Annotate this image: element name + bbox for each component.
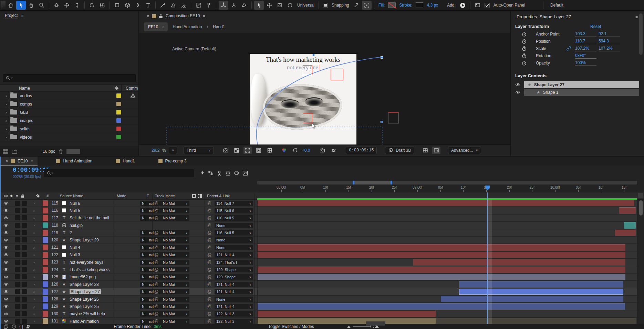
track-matte-dropdown[interactable]: No Mat∨ — [161, 282, 189, 287]
matte-pickwhip-icon[interactable]: @ — [154, 319, 158, 323]
transform-value[interactable]: 0x+0° — [575, 53, 596, 59]
timeline-layer-row[interactable]: ›120★Shape Layer 29Normal∨@No Mat∨@None∨ — [1, 237, 637, 244]
parent-pickwhip-icon[interactable]: @ — [207, 245, 211, 250]
layer-solo-box[interactable] — [15, 252, 20, 257]
matte-pickwhip-icon[interactable]: @ — [154, 304, 158, 309]
layer-duration-bar[interactable] — [624, 222, 636, 228]
project-folder-row[interactable]: ›comps — [0, 100, 138, 108]
dolly-camera-tool-icon[interactable] — [72, 1, 82, 10]
work-area-bar[interactable] — [257, 181, 637, 185]
preserve-transparency-toggle[interactable] — [144, 260, 149, 265]
parent-pickwhip-icon[interactable]: @ — [207, 201, 211, 206]
layer-eye-icon[interactable] — [3, 310, 9, 317]
layer-duration-bar[interactable] — [258, 311, 436, 317]
project-panel-menu-icon[interactable]: ≡ — [21, 13, 23, 18]
label-color-chip[interactable] — [116, 93, 121, 98]
parent-pickwhip-icon[interactable]: @ — [207, 252, 211, 257]
gizmo-select-icon[interactable] — [254, 1, 264, 10]
exposure-value[interactable]: +0.0 — [302, 148, 310, 153]
brush-tool-icon[interactable] — [158, 1, 168, 10]
preserve-transparency-toggle[interactable] — [144, 252, 149, 257]
timeline-vertical-scrollbar[interactable] — [638, 200, 643, 324]
transform-value[interactable]: 594.3 — [599, 39, 620, 44]
transform-value[interactable]: 107.2% — [575, 46, 596, 51]
viewer-panel-menu-icon[interactable]: ≡ — [202, 14, 205, 19]
breadcrumb-hand1[interactable]: Hand1 — [213, 24, 225, 29]
puppet-pin-tool-icon[interactable] — [204, 1, 214, 10]
zoom-dropdown[interactable]: ∨ — [169, 147, 177, 154]
layer-expand-chevron[interactable]: › — [33, 222, 35, 229]
layer-lock-box[interactable] — [22, 304, 27, 309]
layer-duration-bar[interactable] — [413, 259, 625, 265]
preserve-transparency-toggle[interactable] — [144, 275, 149, 279]
parent-pickwhip-icon[interactable]: @ — [207, 319, 211, 323]
preserve-transparency-toggle[interactable] — [144, 208, 149, 213]
name-column-header[interactable]: Name — [19, 86, 30, 91]
view-layout-icon[interactable] — [421, 147, 429, 154]
parent-link-dropdown[interactable]: 115. Null 6∨ — [215, 208, 253, 213]
parent-pickwhip-icon[interactable]: @ — [207, 282, 211, 287]
layer-name[interactable]: Shape Layer 29 — [70, 238, 99, 242]
track-matte-dropdown[interactable]: No Mat∨ — [161, 311, 189, 317]
breadcrumb-comp-chip[interactable]: EE10 ‹ — [144, 22, 168, 31]
home-tool-icon[interactable] — [6, 1, 15, 10]
layer-solo-box[interactable] — [15, 245, 20, 250]
expand-chevron-icon[interactable]: › — [6, 119, 7, 123]
matte-pickwhip-icon[interactable]: @ — [154, 238, 158, 242]
stroke-label[interactable]: Stroke: — [399, 3, 412, 8]
layer-duration-bar[interactable] — [258, 303, 625, 309]
parent-pickwhip-icon[interactable]: @ — [207, 311, 211, 316]
tab-label[interactable]: Pre-comp 3 — [165, 159, 187, 163]
layer-expand-chevron[interactable]: › — [33, 215, 35, 221]
timeline-layer-row[interactable]: ›128★Shape Layer 26Normal∨@No Mat∨@None∨ — [1, 296, 637, 303]
transform-value[interactable]: 107.2% — [599, 46, 620, 51]
track-matte-dropdown[interactable]: No Mat∨ — [161, 289, 189, 295]
matte-pickwhip-icon[interactable]: @ — [154, 297, 158, 301]
track-matte-dropdown[interactable]: No Mat∨ — [161, 245, 189, 250]
layer-solo-box[interactable] — [15, 230, 20, 235]
layer-eye-icon[interactable] — [3, 266, 9, 273]
time-ruler[interactable]: 08:00f05f10f15f20f25f09:00f05f10f15f20f2… — [257, 185, 637, 192]
matte-pickwhip-icon[interactable]: @ — [154, 216, 158, 220]
snap-expand-icon[interactable] — [362, 1, 372, 10]
keyframe-marker-box[interactable] — [303, 113, 312, 123]
layer-lock-box[interactable] — [22, 274, 27, 279]
t-column-header[interactable]: T — [147, 194, 149, 198]
layer-lock-box[interactable] — [22, 215, 27, 220]
parent-link-dropdown[interactable]: 121. Null 4∨ — [215, 289, 253, 295]
layer-lock-box[interactable] — [22, 289, 27, 294]
timeline-layer-row[interactable]: ›118nail.glb@None∨ — [1, 222, 637, 229]
layer-lock-box[interactable] — [22, 208, 27, 213]
work-area-start-handle[interactable] — [353, 181, 354, 185]
layer-track[interactable] — [257, 251, 637, 258]
layer-eye-icon[interactable] — [3, 200, 9, 207]
layer-name[interactable]: image962.png — [70, 275, 96, 279]
keyframe-marker-box[interactable] — [331, 69, 343, 80]
layer-solo-box[interactable] — [15, 215, 20, 220]
layer-name[interactable]: Hand Animation — [70, 319, 99, 324]
shy-layers-icon[interactable] — [11, 324, 17, 329]
layer-eye-icon[interactable] — [3, 229, 9, 236]
puppet-record-icon[interactable] — [26, 324, 31, 329]
preserve-transparency-toggle[interactable] — [144, 216, 149, 220]
layer-expand-chevron[interactable]: › — [33, 303, 35, 310]
expand-layers-icon[interactable] — [3, 324, 9, 329]
layer-duration-bar[interactable] — [258, 252, 625, 258]
layer-lock-box[interactable] — [22, 223, 27, 228]
hand-tool-icon[interactable] — [27, 1, 36, 10]
timeline-tab[interactable]: Hand1 — [111, 157, 139, 166]
layer-lock-box[interactable] — [22, 237, 27, 242]
graph-editor-icon[interactable] — [242, 170, 248, 176]
layer-duration-bar[interactable] — [615, 230, 636, 236]
track-matte-dropdown[interactable]: No Mat∨ — [161, 215, 189, 221]
layer-track[interactable] — [257, 266, 637, 273]
zoom-tool-icon[interactable] — [37, 1, 46, 10]
layer-expand-chevron[interactable]: › — [33, 310, 35, 317]
label-color-chip[interactable] — [116, 102, 121, 106]
expand-chevron-icon[interactable]: › — [6, 135, 7, 139]
layer-expand-chevron[interactable]: › — [33, 296, 35, 302]
parent-link-dropdown[interactable]: None∨ — [215, 245, 253, 250]
layer-eye-icon[interactable] — [3, 296, 9, 302]
orbit-camera-tool-icon[interactable] — [52, 1, 61, 10]
project-column-header[interactable]: Name Comm — [0, 84, 138, 92]
